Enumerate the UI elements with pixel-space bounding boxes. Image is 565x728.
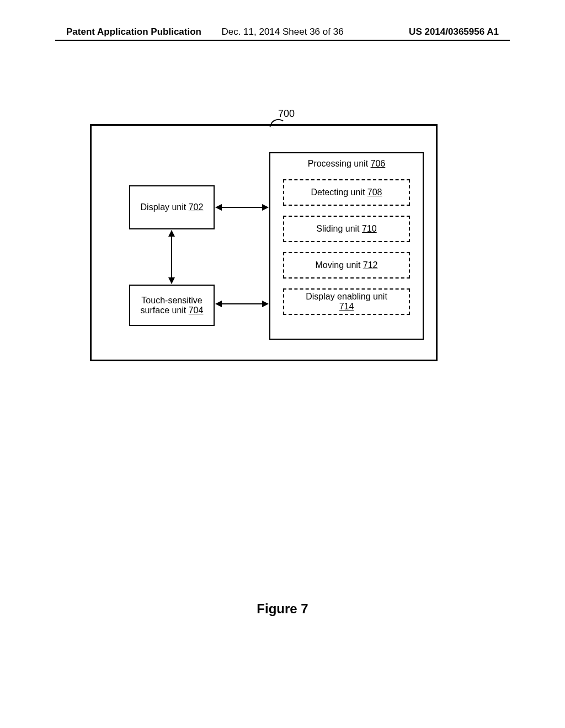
header-center: Dec. 11, 2014 Sheet 36 of 36	[221, 26, 343, 38]
arrow-touch-head-left	[215, 301, 222, 307]
sliding-unit-label: Sliding unit	[316, 224, 362, 233]
arrow-vertical-head-up	[168, 230, 175, 237]
header-right: US 2014/0365956 A1	[409, 26, 499, 38]
display-enabling-unit-ref: 714	[339, 302, 354, 312]
arrow-display-to-touch-line	[171, 231, 172, 283]
display-unit-box: Display unit 702	[129, 185, 215, 229]
processing-unit-label: Processing unit	[308, 159, 371, 168]
touch-unit-label-line1: Touch-sensitive	[141, 296, 202, 306]
detecting-unit-ref: 708	[367, 188, 382, 197]
detecting-unit-label: Detecting unit	[311, 188, 367, 197]
header-divider	[55, 40, 510, 41]
touch-unit-ref: 704	[189, 306, 204, 315]
diagram-outer-box: 700 Display unit 702 Touch-sensitive sur…	[90, 124, 438, 361]
reference-label-700: 700	[278, 108, 295, 120]
display-enabling-unit-label: Display enabling unit	[306, 292, 387, 302]
display-unit-ref: 702	[189, 202, 204, 212]
figure-caption: Figure 7	[0, 601, 565, 617]
sliding-unit-box: Sliding unit 710	[283, 216, 410, 242]
header-left: Patent Application Publication	[66, 26, 201, 38]
arrow-vertical-head-down	[168, 277, 175, 284]
moving-unit-ref: 712	[363, 260, 378, 270]
arrow-touch-to-processing-line	[216, 303, 268, 304]
detecting-unit-box: Detecting unit 708	[283, 179, 410, 206]
arrow-display-to-processing-line	[216, 207, 268, 208]
processing-unit-box: Processing unit 706 Detecting unit 708 S…	[269, 152, 424, 340]
sliding-unit-ref: 710	[362, 224, 377, 233]
processing-unit-ref: 706	[371, 159, 386, 168]
page-header: Patent Application Publication Dec. 11, …	[0, 26, 565, 38]
touch-unit-label-line2: surface unit	[141, 306, 189, 315]
display-unit-label: Display unit	[141, 202, 189, 212]
touch-unit-box: Touch-sensitive surface unit 704	[129, 285, 215, 326]
arrow-display-head-right	[262, 204, 269, 211]
arrow-touch-head-right	[262, 301, 269, 307]
moving-unit-label: Moving unit	[316, 260, 363, 270]
arrow-display-head-left	[215, 204, 222, 211]
display-enabling-unit-box: Display enabling unit 714	[283, 288, 410, 315]
moving-unit-box: Moving unit 712	[283, 252, 410, 279]
